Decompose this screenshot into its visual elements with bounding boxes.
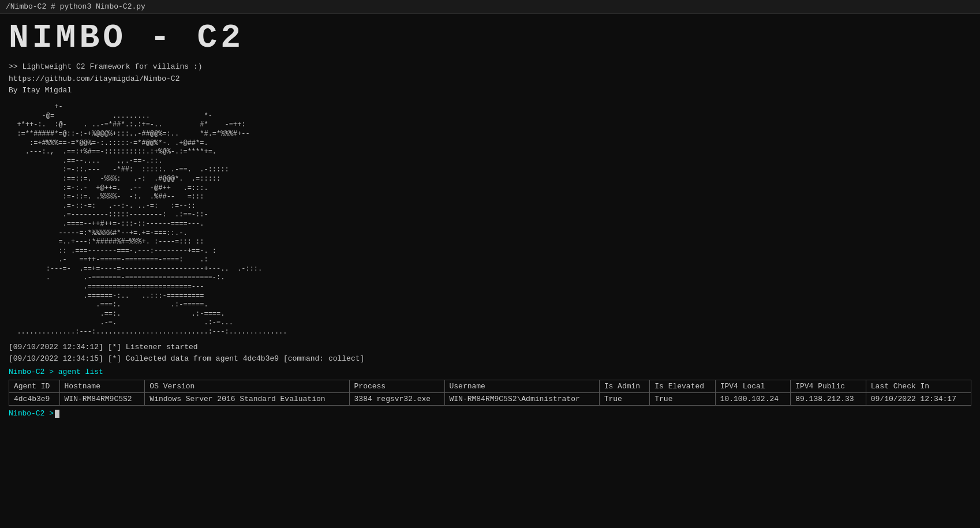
cursor-blink: [55, 410, 59, 418]
cell-username: WIN-RM84RM9C5S2\Administrator: [444, 393, 599, 406]
col-os-version: OS Version: [145, 380, 349, 393]
log-output: [09/10/2022 12:34:12] [*] Listener start…: [9, 342, 971, 366]
app-logo: NIMBO - C2: [9, 20, 971, 57]
subtitle-line3: By Itay Migdal: [9, 85, 971, 97]
table-header: Agent ID Hostname OS Version Process Use…: [9, 380, 971, 393]
col-hostname: Hostname: [59, 380, 145, 393]
subtitle-line1: >> Lightweight C2 Framework for villains…: [9, 61, 971, 73]
col-is-admin: Is Admin: [599, 380, 650, 393]
cell-is-admin: True: [599, 393, 650, 406]
agent-list-prompt: Nimbo-C2 > agent list: [9, 368, 971, 376]
terminal-content: NIMBO - C2 >> Lightweight C2 Framework f…: [0, 14, 980, 424]
cell-last-check-in: 09/10/2022 12:34:17: [866, 393, 971, 406]
table-body: 4dc4b3e9 WIN-RM84RM9C5S2 Windows Server …: [9, 393, 971, 406]
final-prompt-line[interactable]: Nimbo-C2 >: [9, 409, 971, 418]
subtitle-line2: https://github.com/itaymigdal/Nimbo-C2: [9, 73, 971, 85]
ascii-art: +- -@= ......... *- +*++-:. :@- . ..-=*#…: [9, 103, 971, 336]
title-text: /Nimbo-C2 # python3 Nimbo-C2.py: [6, 2, 145, 11]
cell-process: 3384 regsvr32.exe: [349, 393, 444, 406]
cell-agent-id: 4dc4b3e9: [9, 393, 60, 406]
cell-is-elevated: True: [650, 393, 715, 406]
cell-ipv4-public: 89.138.212.33: [791, 393, 866, 406]
log-line-1: [09/10/2022 12:34:12] [*] Listener start…: [9, 342, 971, 354]
table-header-row: Agent ID Hostname OS Version Process Use…: [9, 380, 971, 393]
terminal-window: /Nimbo-C2 # python3 Nimbo-C2.py NIMBO - …: [0, 0, 980, 528]
col-last-check-in: Last Check In: [866, 380, 971, 393]
cell-hostname: WIN-RM84RM9C5S2: [59, 393, 145, 406]
col-ipv4-public: IPV4 Public: [791, 380, 866, 393]
col-username: Username: [444, 380, 599, 393]
subtitle-block: >> Lightweight C2 Framework for villains…: [9, 61, 971, 97]
col-is-elevated: Is Elevated: [650, 380, 715, 393]
col-ipv4-local: IPV4 Local: [715, 380, 791, 393]
col-process: Process: [349, 380, 444, 393]
prompt-text: Nimbo-C2 >: [9, 409, 54, 418]
cell-ipv4-local: 10.100.102.24: [715, 393, 791, 406]
agent-table-container: Agent ID Hostname OS Version Process Use…: [9, 380, 971, 406]
table-row: 4dc4b3e9 WIN-RM84RM9C5S2 Windows Server …: [9, 393, 971, 406]
cell-os-version: Windows Server 2016 Standard Evaluation: [145, 393, 349, 406]
col-agent-id: Agent ID: [9, 380, 60, 393]
log-line-2: [09/10/2022 12:34:15] [*] Collected data…: [9, 353, 971, 365]
agent-table: Agent ID Hostname OS Version Process Use…: [9, 380, 971, 406]
title-bar: /Nimbo-C2 # python3 Nimbo-C2.py: [0, 0, 980, 14]
